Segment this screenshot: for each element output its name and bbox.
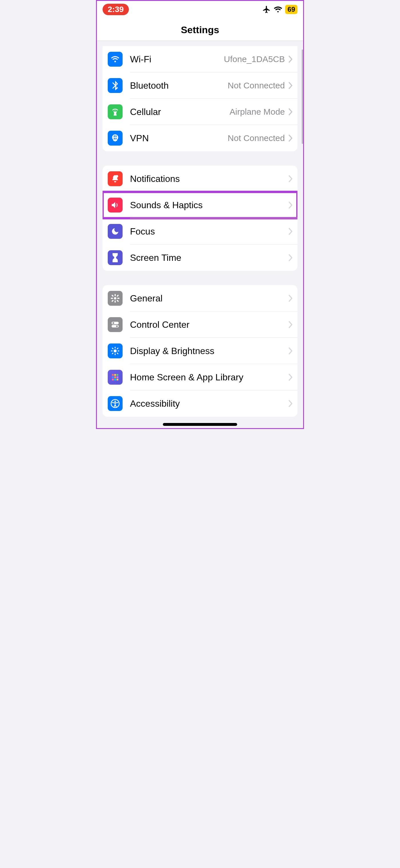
focus-icon [108,224,123,239]
page-title: Settings [97,24,303,35]
chevron-right-icon [288,254,293,261]
status-time: 2:39 [103,4,129,15]
chevron-right-icon [288,202,293,209]
row-label: Bluetooth [130,81,228,91]
row-label: Control Center [130,319,288,330]
row-label: Wi-Fi [130,54,224,65]
row-value: Airplane Mode [230,107,285,117]
bluetooth-icon [108,78,123,93]
row-label: Focus [130,226,288,237]
control-center-icon [108,317,123,332]
row-label: VPN [130,133,228,144]
wifi-icon [108,52,123,67]
svg-rect-11 [112,376,114,378]
scroll-indicator[interactable] [302,50,303,144]
settings-row-sounds-haptics[interactable]: Sounds & Haptics [103,192,297,218]
svg-point-5 [112,322,114,324]
home-screen-icon [108,370,123,385]
svg-point-6 [116,326,118,327]
svg-rect-14 [112,379,114,380]
row-label: Sounds & Haptics [130,200,288,211]
svg-rect-10 [116,374,118,376]
row-label: Notifications [130,174,288,184]
chevron-right-icon [288,82,293,89]
svg-rect-12 [114,376,116,378]
settings-group-connectivity: Wi-Fi Ufone_1DA5CB Bluetooth Not Connect… [103,46,297,151]
display-brightness-icon [108,343,123,359]
chevron-right-icon [288,294,293,302]
notifications-icon [108,171,123,186]
row-label: Accessibility [130,398,288,409]
svg-rect-9 [114,374,116,376]
chevron-right-icon [288,175,293,183]
svg-point-2 [114,297,116,300]
row-label: General [130,293,288,304]
settings-row-control-center[interactable]: Control Center [103,311,297,338]
row-value: Ufone_1DA5CB [224,54,285,64]
row-label: Cellular [130,107,230,117]
svg-rect-15 [114,379,116,380]
settings-content: Wi-Fi Ufone_1DA5CB Bluetooth Not Connect… [97,46,303,428]
svg-point-18 [114,401,116,402]
svg-point-1 [116,175,118,178]
vpn-icon [108,131,123,146]
chevron-right-icon [288,321,293,328]
settings-row-accessibility[interactable]: Accessibility [103,391,297,417]
chevron-right-icon [288,373,293,381]
sounds-icon [108,197,123,213]
row-label: Display & Brightness [130,346,288,356]
svg-point-7 [114,349,117,353]
settings-row-general[interactable]: General [103,285,297,311]
settings-row-display-brightness[interactable]: Display & Brightness [103,338,297,364]
settings-row-bluetooth[interactable]: Bluetooth Not Connected [103,72,297,99]
settings-group-general: General Control Center Display & Brightn… [103,285,297,417]
chevron-right-icon [288,228,293,235]
wifi-icon [274,6,282,13]
accessibility-icon [108,396,123,411]
row-label: Screen Time [130,252,288,263]
home-indicator[interactable] [163,423,237,426]
battery-indicator: 69 [285,5,297,14]
cellular-icon [108,104,123,119]
chevron-right-icon [288,108,293,116]
svg-rect-16 [116,379,118,380]
status-bar: 2:39 69 [97,1,303,17]
row-value: Not Connected [228,81,285,90]
settings-row-home-screen[interactable]: Home Screen & App Library [103,364,297,391]
chevron-right-icon [288,134,293,142]
settings-row-vpn[interactable]: VPN Not Connected [103,125,297,151]
chevron-right-icon [288,347,293,354]
chevron-right-icon [288,400,293,407]
svg-rect-13 [116,376,118,378]
chevron-right-icon [288,56,293,63]
nav-header: Settings [97,17,303,41]
settings-row-wifi[interactable]: Wi-Fi Ufone_1DA5CB [103,46,297,72]
row-label: Home Screen & App Library [130,372,288,383]
settings-group-notifications: Notifications Sounds & Haptics Focus Scr… [103,165,297,271]
airplane-icon [262,5,271,14]
settings-row-cellular[interactable]: Cellular Airplane Mode [103,99,297,125]
general-icon [108,291,123,306]
status-icons: 69 [262,5,297,14]
screen-time-icon [108,250,123,265]
settings-row-notifications[interactable]: Notifications [103,165,297,192]
settings-row-screen-time[interactable]: Screen Time [103,245,297,271]
svg-rect-8 [112,374,114,376]
row-value: Not Connected [228,133,285,143]
settings-row-focus[interactable]: Focus [103,218,297,245]
